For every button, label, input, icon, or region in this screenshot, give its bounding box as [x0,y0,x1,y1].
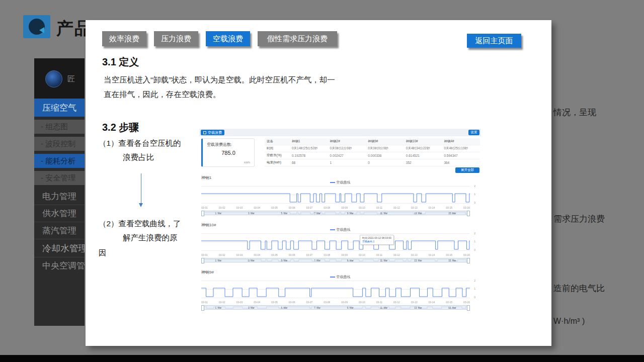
tooltip-value: 空载曲线:1 [362,240,391,243]
chart-navigator[interactable]: 1. Mar3. Mar5. Mar7. Mar9. Mar11. Mar13.… [201,305,470,310]
table-header-cell: 神钢4# [442,139,480,144]
x-axis-tick-label: 03-16 [463,253,470,256]
tab-1[interactable]: 效率浪费 [102,31,146,46]
navigator-date-label: 11. Mar [380,307,387,309]
expand-all-button[interactable]: 展开全部 [455,167,479,173]
step-1-line-2: 浪费占比 [123,152,154,163]
x-axis-tick-label: 03-01 [201,301,208,304]
table-cell: 68 [290,161,328,164]
return-home-button[interactable]: 返回主页面 [467,34,521,48]
table-cell: 352 [404,161,442,164]
navigator-date-label: 13. Mar [414,259,422,262]
navigator-date-label: 3. Mar [248,212,255,215]
navigator-left-handle[interactable] [201,305,204,311]
x-axis-tick-label: 03-14 [429,253,435,256]
x-axis-tick-label: 03-15 [446,301,452,304]
tab-3[interactable]: 空载浪费 [206,31,250,46]
legend-line-icon [330,182,335,183]
sidebar-item[interactable]: - 安全管理 [34,171,85,185]
navigator-date-label: 1. Mar [215,212,221,215]
sidebar-item[interactable]: - 组态图 [34,120,85,134]
navigator-right-handle[interactable] [467,305,470,311]
x-axis-tick-label: 03-02 [219,301,225,304]
y-axis-tick: 2 [474,185,475,188]
table-cell: 1 [328,161,366,164]
app-logo-text: 匠 [67,74,75,84]
tab-2[interactable]: 压力浪费 [154,31,198,46]
x-axis-tick-label: 03-13 [411,253,418,256]
chart-plot[interactable]: 210 [201,186,470,205]
x-axis-tick-label: 03-08 [324,253,330,256]
table-header-cell: 神钢2# [328,139,366,144]
chart-plot[interactable]: 210 [201,280,470,299]
navigator-date-label: 11. Mar [380,212,387,215]
x-axis-tick-label: 03-05 [271,253,278,256]
navigator-right-handle[interactable] [467,211,470,216]
table-row: 时间0天14时25分52秒0天0时11分9秒0天0时0分9秒0天4时34分22秒… [265,145,480,152]
chart-navigator[interactable]: 1. Mar3. Mar5. Mar7. Mar9. Mar11. Mar13.… [201,211,470,215]
y-axis-tick: 2 [474,279,475,282]
x-axis-tick-label: 03-10 [359,206,365,209]
x-axis-tick-label: 03-10 [359,253,365,256]
y-axis-tick: 1 [474,193,475,196]
x-axis-tick-label: 03-11 [376,253,382,256]
chart-legend[interactable]: 空载曲线 [199,275,481,280]
total-value: 785.0 [203,150,254,156]
x-axis-tick-label: 03-07 [306,301,313,304]
background-text-fragment: W·h/m³ ) [553,317,585,326]
tooltip-time: 时间:2021-03-12 08:33:00 [362,236,391,240]
total-label: 空载浪费总数: [207,142,232,147]
x-axis-tick-label: 03-06 [289,253,295,256]
navigator-left-handle[interactable] [201,258,204,263]
chart-x-axis: 03-0103-0203-0303-0403-0503-0603-0703-08… [201,253,470,256]
x-axis-tick-label: 03-16 [463,301,470,304]
table-cell: 0.192578 [290,154,328,157]
table-row: 空载率(%)0.1925780.0024270.0003360.6145210.… [265,152,480,159]
x-axis-tick-label: 03-03 [236,253,243,256]
settings-button[interactable]: 设置 [468,130,479,135]
background-text-fragment: 需求压力浪费 [553,213,605,225]
legend-label: 空载曲线 [337,227,351,232]
chart-navigator[interactable]: 1. Mar3. Mar5. Mar7. Mar9. Mar11. Mar13.… [201,258,470,262]
sidebar-item[interactable]: 电力管理 [34,188,85,205]
chart-legend[interactable]: 空载曲线 [199,227,481,232]
step-1-line-1: （1）查看各台空压机的 [99,138,181,149]
back-button[interactable] [23,15,50,38]
sidebar-item[interactable]: 压缩空气 [34,99,85,117]
table-cell: 0.002427 [328,154,366,157]
navigator-date-label: 7. Mar [314,259,320,262]
sidebar-item[interactable]: 中央空调管 [34,257,85,274]
x-axis-tick-label: 03-12 [393,301,400,304]
y-axis-tick: 2 [474,232,475,235]
x-axis-tick-label: 03-04 [254,206,260,209]
y-axis-tick: 0 [474,201,475,204]
dashboard-header: 空载浪费 设置 [199,129,481,136]
navigator-left-handle[interactable] [201,211,204,216]
sidebar-item[interactable]: - 能耗分析 [34,154,85,168]
tab-4[interactable]: 假性需求压力浪费 [258,31,337,46]
sidebar-item[interactable]: 供水管理 [34,205,85,222]
navigator-date-label: 1. Mar [215,259,221,262]
navigator-date-label: 13. Mar [414,212,422,215]
table-header-row: 设备神钢1神钢2#神钢9#神钢10#神钢4# [265,138,480,145]
legend-label: 空载曲线 [337,180,351,185]
table-cell: 0.000336 [366,154,404,157]
x-axis-tick-label: 03-09 [341,206,348,209]
sidebar-item[interactable]: 冷却水管理 [34,239,85,257]
chart-block-1: 神钢1空载曲线21003-0103-0203-0303-0403-0503-06… [199,175,481,222]
device-table: 设备神钢1神钢2#神钢9#神钢10#神钢4#时间0天14时25分52秒0天0时1… [265,138,480,166]
chart-legend[interactable]: 空载曲线 [199,180,481,185]
sidebar: 匠 压缩空气- 组态图- 波段控制- 能耗分析- 安全管理电力管理供水管理蒸汽管… [34,58,85,326]
navigator-date-labels: 1. Mar3. Mar5. Mar7. Mar9. Mar11. Mar13.… [202,259,469,262]
x-axis-tick-label: 03-01 [201,253,208,256]
sidebar-item[interactable]: - 波段控制 [34,137,85,151]
x-axis-tick-label: 03-15 [446,253,452,256]
x-axis-tick-label: 03-06 [289,301,295,304]
x-axis-tick-label: 03-12 [393,253,400,256]
sidebar-item[interactable]: 蒸汽管理 [34,222,85,239]
chart-plot[interactable]: 210时间:2021-03-12 08:33:00空载曲线:1 [201,233,470,252]
navigator-right-handle[interactable] [467,258,470,263]
navigator-date-label: 11. Mar [380,259,387,262]
panel-icon [203,131,206,134]
y-axis-tick: 1 [474,240,475,243]
